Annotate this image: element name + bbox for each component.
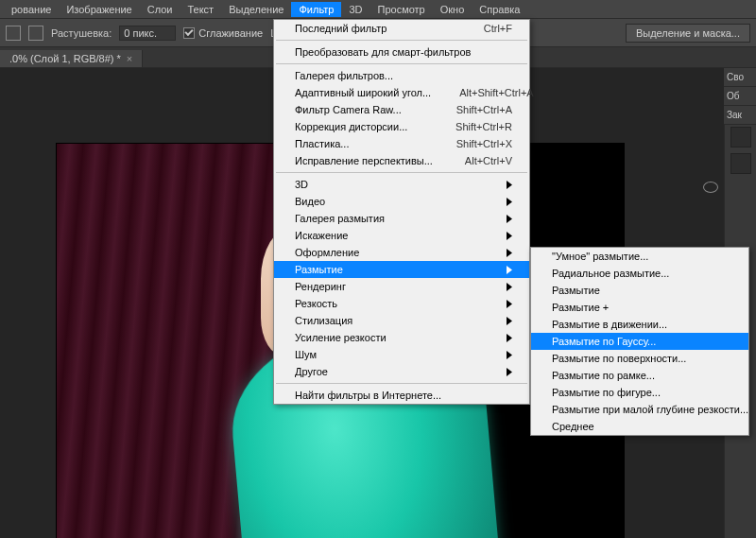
select-and-mask-button[interactable]: Выделение и маска...	[626, 24, 750, 43]
document-tab[interactable]: .0% (Слой 1, RGB/8#) * ×	[0, 50, 143, 67]
panel-tab[interactable]: Об	[724, 87, 756, 106]
menu-item-label: Фильтр Camera Raw...	[295, 104, 402, 115]
menu-item-label: Исправление перспективы...	[295, 155, 433, 166]
menubar-item-рование[interactable]: рование	[4, 2, 59, 17]
menu-item[interactable]: Фильтр Camera Raw...Shift+Ctrl+A	[274, 101, 529, 118]
menu-item[interactable]: Размытие по рамке...	[531, 367, 748, 384]
menu-item[interactable]: Преобразовать для смарт-фильтров	[274, 43, 529, 61]
menu-item-label: Рендеринг	[295, 281, 346, 292]
menubar: рованиеИзображениеСлоиТекстВыделениеФиль…	[0, 0, 756, 19]
menu-item[interactable]: Радиальное размытие...	[531, 265, 748, 282]
menu-item[interactable]: Видео	[274, 193, 529, 210]
menu-item-label: "Умное" размытие...	[552, 251, 648, 262]
menu-item[interactable]: Искажение	[274, 227, 529, 244]
menu-item-label: Галерея размытия	[295, 213, 385, 224]
submenu-arrow-icon	[507, 249, 512, 257]
menu-item-label: Стилизация	[295, 315, 352, 326]
menubar-item-изображение[interactable]: Изображение	[59, 2, 139, 17]
menubar-item-текст[interactable]: Текст	[180, 2, 221, 17]
menu-shortcut: Ctrl+F	[484, 23, 512, 34]
document-title: .0% (Слой 1, RGB/8#) *	[9, 53, 121, 64]
submenu-arrow-icon	[507, 266, 512, 274]
menubar-item-справка[interactable]: Справка	[472, 2, 527, 17]
menu-shortcut: Alt+Shift+Ctrl+A	[459, 87, 534, 98]
smoothing-label: Сглаживание	[198, 27, 263, 39]
feather-input[interactable]	[119, 26, 176, 41]
menubar-item-окно[interactable]: Окно	[433, 2, 472, 17]
menu-shortcut: Alt+Ctrl+V	[465, 155, 512, 166]
menu-item[interactable]: Последний фильтрCtrl+F	[274, 20, 529, 37]
menu-item-label: Пластика...	[295, 138, 349, 149]
menu-item[interactable]: Шум	[274, 346, 529, 363]
menu-item[interactable]: Адаптивный широкий угол...Alt+Shift+Ctrl…	[274, 84, 529, 101]
menu-item-label: Размытие при малой глубине резкости...	[552, 404, 748, 415]
selection-mode-icon[interactable]	[28, 26, 43, 41]
menu-item[interactable]: Размытие при малой глубине резкости...	[531, 401, 748, 418]
panel-tab[interactable]: Сво	[724, 68, 756, 87]
menu-item-label: Искажение	[295, 230, 348, 241]
panel-icon[interactable]	[730, 153, 751, 174]
layer-visibility-icon[interactable]	[703, 182, 718, 193]
menu-item[interactable]: Рендеринг	[274, 278, 529, 295]
menu-item-label: Радиальное размытие...	[552, 268, 669, 279]
menu-item[interactable]: Коррекция дисторсии...Shift+Ctrl+R	[274, 118, 529, 135]
submenu-arrow-icon	[507, 215, 512, 223]
menu-item-label: Адаптивный широкий угол...	[295, 87, 431, 98]
menu-item-label: Преобразовать для смарт-фильтров	[295, 46, 471, 58]
menu-item-label: 3D	[295, 179, 308, 190]
menubar-item-3d[interactable]: 3D	[341, 2, 369, 17]
submenu-arrow-icon	[507, 334, 512, 342]
menu-item[interactable]: Галерея фильтров...	[274, 67, 529, 84]
menu-item[interactable]: Резкость	[274, 295, 529, 312]
submenu-arrow-icon	[507, 232, 512, 240]
menu-item-label: Размытие по фигуре...	[552, 387, 661, 398]
menu-item[interactable]: Найти фильтры в Интернете...	[274, 387, 529, 404]
menu-item[interactable]: Усиление резкости	[274, 329, 529, 346]
submenu-arrow-icon	[507, 368, 512, 376]
panel-icon[interactable]	[730, 127, 751, 148]
menu-item[interactable]: Стилизация	[274, 312, 529, 329]
menu-item-label: Найти фильтры в Интернете...	[295, 390, 441, 401]
menubar-item-слои[interactable]: Слои	[140, 2, 180, 17]
menu-item[interactable]: Размытие	[274, 261, 529, 278]
menu-item[interactable]: Исправление перспективы...Alt+Ctrl+V	[274, 152, 529, 169]
menu-item[interactable]: Оформление	[274, 244, 529, 261]
menu-shortcut: Shift+Ctrl+A	[456, 104, 512, 115]
menu-item-label: Размытие	[295, 264, 343, 275]
close-icon[interactable]: ×	[127, 53, 132, 64]
menu-item[interactable]: Размытие +	[531, 299, 748, 316]
menu-item-label: Оформление	[295, 247, 359, 258]
menu-item-label: Размытие +	[552, 302, 609, 313]
menu-item-label: Размытие	[552, 285, 600, 296]
submenu-arrow-icon	[507, 351, 512, 359]
menubar-item-фильтр[interactable]: Фильтр	[291, 2, 341, 17]
menu-item[interactable]: "Умное" размытие...	[531, 248, 748, 265]
menu-item-label: Последний фильтр	[295, 23, 387, 34]
submenu-arrow-icon	[507, 181, 512, 189]
menu-item-label: Резкость	[295, 298, 337, 309]
menu-item[interactable]: 3D	[274, 176, 529, 193]
feather-label: Растушевка:	[51, 27, 112, 39]
smoothing-checkbox[interactable]: Сглаживание	[183, 27, 263, 39]
check-icon	[185, 27, 194, 36]
menu-item[interactable]: Размытие	[531, 282, 748, 299]
menu-shortcut: Shift+Ctrl+R	[455, 121, 512, 132]
menu-item-label: Галерея фильтров...	[295, 70, 393, 81]
menu-item[interactable]: Пластика...Shift+Ctrl+X	[274, 135, 529, 152]
menubar-item-просмотр[interactable]: Просмотр	[369, 2, 432, 17]
menu-item-label: Шум	[295, 349, 317, 360]
menu-item[interactable]: Другое	[274, 363, 529, 380]
blur-submenu: "Умное" размытие...Радиальное размытие..…	[530, 247, 749, 436]
panel-tab[interactable]: Зак	[724, 106, 756, 125]
menu-item[interactable]: Размытие в движении...	[531, 316, 748, 333]
menu-item[interactable]: Галерея размытия	[274, 210, 529, 227]
menu-item[interactable]: Размытие по поверхности...	[531, 350, 748, 367]
menu-item[interactable]: Среднее	[531, 418, 748, 435]
menu-item[interactable]: Размытие по Гауссу...	[531, 333, 748, 350]
tool-preset-icon[interactable]	[6, 26, 21, 41]
menu-item-label: Другое	[295, 366, 328, 377]
menu-item[interactable]: Размытие по фигуре...	[531, 384, 748, 401]
menubar-item-выделение[interactable]: Выделение	[221, 2, 291, 17]
submenu-arrow-icon	[507, 317, 512, 325]
menu-item-label: Размытие в движении...	[552, 319, 667, 330]
